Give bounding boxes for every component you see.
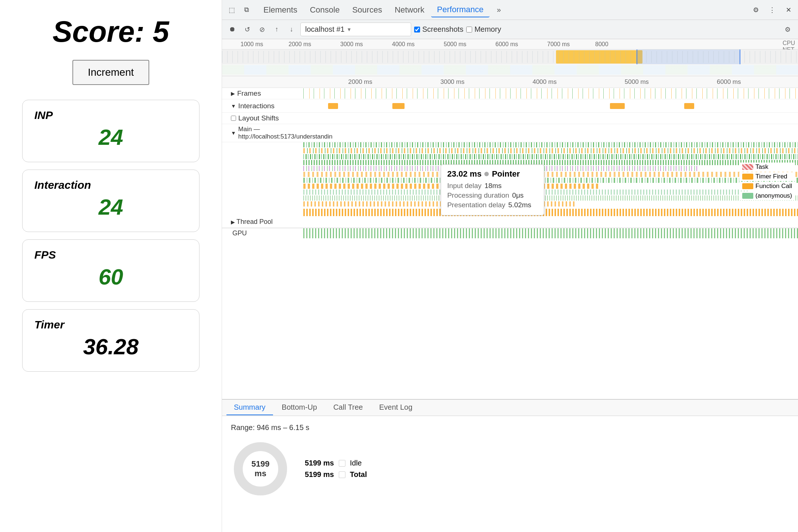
tab-network[interactable]: Network	[389, 3, 430, 17]
inp-value: 24	[34, 125, 187, 150]
ruler-5000: 5000 ms	[444, 41, 466, 48]
timer-label: Timer	[34, 318, 187, 331]
main-triangle: ▼	[231, 130, 236, 136]
layout-shifts-text: Layout Shifts	[238, 114, 279, 122]
thread-pool-row: ▶ Thread Pool	[222, 216, 798, 228]
tooltip-event: Pointer	[492, 169, 520, 179]
idle-label: Idle	[350, 459, 362, 467]
left-panel: Score: 5 Increment INP 24 Interaction 24…	[0, 0, 222, 532]
interaction-bar-4	[684, 103, 694, 109]
main-ruler-2000: 2000 ms	[348, 78, 372, 86]
tab-performance[interactable]: Performance	[431, 3, 490, 17]
main-row-header: ▼ Main — http://localhost:5173/understan…	[222, 124, 798, 142]
tab-sources[interactable]: Sources	[346, 3, 388, 17]
devtools-tabs: Elements Console Sources Network Perform…	[258, 3, 490, 17]
main-label[interactable]: ▼ Main — http://localhost:5173/understan…	[222, 124, 303, 142]
memory-label: Memory	[474, 25, 501, 34]
url-bar: localhost #1 ▾	[300, 23, 411, 36]
tooltip-time: 23.02 ms	[447, 169, 481, 179]
record-icon[interactable]: ⏺	[226, 24, 238, 35]
bottom-tabs: Summary Bottom-Up Call Tree Event Log	[222, 400, 798, 416]
frames-content	[303, 88, 798, 99]
settings-icon[interactable]: ⚙	[749, 3, 763, 17]
frames-text: Frames	[237, 89, 261, 98]
gpu-content	[303, 228, 798, 238]
timeline-cpu-bar	[222, 50, 798, 64]
processing-label: Processing duration	[447, 191, 509, 200]
thread-pool-triangle: ▶	[231, 219, 235, 225]
url-text: localhost #1	[305, 25, 345, 34]
more-tabs-icon[interactable]: »	[494, 4, 504, 16]
range-text: Range: 946 ms – 6.15 s	[231, 423, 789, 432]
total-legend-box	[339, 471, 345, 478]
memory-checkbox[interactable]	[466, 27, 472, 33]
timeline-ruler-top: 1000 ms 2000 ms 3000 ms 4000 ms 5000 ms …	[222, 39, 798, 50]
main-thread-activity: 23.02 ms Pointer Input delay 18ms Proces…	[222, 142, 798, 216]
upload-icon[interactable]: ↑	[271, 24, 283, 35]
main-ruler-4000: 4000 ms	[532, 78, 556, 86]
presentation-val: 5.02ms	[508, 201, 531, 209]
ruler-7000: 7000 ms	[547, 41, 570, 48]
total-val: 5199 ms	[305, 470, 334, 479]
interactions-triangle: ▼	[231, 103, 236, 109]
refresh-icon[interactable]: ↺	[241, 24, 253, 35]
legend-task: Task	[739, 163, 795, 171]
thread-pool-text: Thread Pool	[236, 218, 273, 226]
bottom-content: Range: 946 ms – 6.15 s 5199 ms 5199 ms I…	[222, 416, 798, 532]
timeline-overview[interactable]: 1000 ms 2000 ms 3000 ms 4000 ms 5000 ms …	[222, 39, 798, 76]
topbar-right: ⚙ ⋮ ✕	[749, 3, 795, 17]
pointer-dot	[484, 172, 489, 176]
url-dropdown-icon[interactable]: ▾	[348, 26, 351, 33]
tab-console[interactable]: Console	[304, 3, 346, 17]
interaction-label: Interaction	[34, 179, 187, 191]
tooltip-input-delay: Input delay 18ms	[447, 182, 538, 190]
layout-shifts-row: Layout Shifts	[222, 113, 798, 124]
timer-fired-swatch	[742, 174, 753, 180]
perf-settings-icon[interactable]: ⚙	[782, 24, 794, 35]
idle-val: 5199 ms	[305, 459, 334, 467]
frames-row: ▶ Frames	[222, 88, 798, 99]
perf-toolbar: ⏺ ↺ ⊘ ↑ ↓ localhost #1 ▾ Screenshots Mem…	[222, 20, 798, 39]
main-content	[303, 128, 798, 138]
ruler-8000: 8000	[595, 41, 608, 48]
score-label: Score:	[52, 15, 144, 48]
clear-icon[interactable]: ⊘	[256, 24, 268, 35]
interactions-content	[303, 101, 798, 111]
inp-card: INP 24	[22, 100, 200, 162]
tab-bottom-up[interactable]: Bottom-Up	[274, 400, 325, 415]
tooltip-header: 23.02 ms Pointer	[447, 169, 538, 179]
timer-value: 36.28	[34, 334, 187, 359]
tab-summary[interactable]: Summary	[226, 400, 273, 415]
device-icon[interactable]: ⧉	[240, 3, 253, 17]
frames-label[interactable]: ▶ Frames	[222, 88, 303, 99]
summary-legend: 5199 ms Idle 5199 ms Total	[305, 459, 367, 479]
tab-event-log[interactable]: Event Log	[372, 400, 420, 415]
interaction-card: Interaction 24	[22, 170, 200, 232]
screenshots-checkbox[interactable]	[414, 27, 420, 33]
timer-fired-label: Timer Fired	[756, 173, 787, 180]
fps-value: 60	[34, 264, 187, 290]
kebab-icon[interactable]: ⋮	[765, 3, 779, 17]
layout-shifts-checkbox[interactable]	[231, 116, 236, 121]
close-icon[interactable]: ✕	[782, 3, 795, 17]
timeline-screenshot-strip	[222, 64, 798, 75]
fps-card: FPS 60	[22, 239, 200, 302]
download-icon[interactable]: ↓	[286, 24, 297, 35]
fps-label: FPS	[34, 249, 187, 261]
layout-shifts-label[interactable]: Layout Shifts	[222, 113, 303, 124]
tab-call-tree[interactable]: Call Tree	[326, 400, 370, 415]
interactions-label[interactable]: ▼ Interactions	[222, 100, 303, 112]
tab-elements[interactable]: Elements	[258, 3, 303, 17]
presentation-label: Presentation delay	[447, 201, 505, 209]
layout-shifts-content	[303, 113, 798, 123]
increment-button[interactable]: Increment	[72, 60, 150, 85]
interaction-bar-3	[610, 103, 625, 109]
interaction-bar-2	[392, 103, 405, 109]
devtools-topbar: ⬚ ⧉ Elements Console Sources Network Per…	[222, 0, 798, 20]
inspect-icon[interactable]: ⬚	[225, 3, 238, 17]
idle-legend-row: 5199 ms Idle	[305, 459, 367, 467]
score-display: Score: 5	[52, 15, 169, 49]
task-label: Task	[756, 163, 768, 171]
thread-pool-label[interactable]: ▶ Thread Pool	[222, 218, 303, 226]
function-call-label: Function Call	[756, 183, 792, 190]
